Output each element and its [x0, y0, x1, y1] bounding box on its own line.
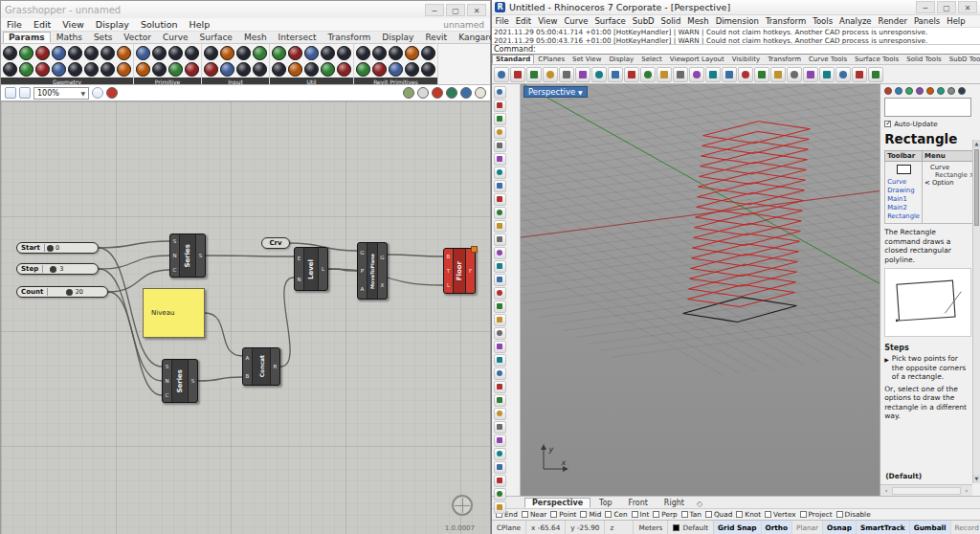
tool-icon[interactable] [722, 67, 737, 82]
tool-icon[interactable] [494, 193, 506, 206]
input-pin[interactable]: S [163, 364, 171, 369]
toolbar-tab[interactable]: Surface Tools [851, 55, 902, 64]
grasshopper-canvas[interactable]: Start 0 Step 3 Count 20 SNC Series S Crv… [1, 101, 490, 534]
component-icon[interactable] [152, 46, 167, 60]
output-pin[interactable]: L [319, 266, 327, 272]
tool-icon[interactable] [640, 67, 656, 82]
tool-icon[interactable] [494, 434, 506, 447]
tool-icon[interactable] [624, 67, 639, 82]
tool-icon[interactable] [494, 86, 506, 99]
cplane-cell[interactable]: CPlane [492, 521, 526, 534]
input-pin[interactable]: E [295, 256, 303, 261]
scrollbar-track[interactable] [892, 487, 961, 495]
component-icon[interactable] [84, 62, 99, 77]
slider-step[interactable]: Step 3 [16, 263, 99, 275]
output-pin[interactable]: S [189, 378, 197, 384]
toolbar-tab[interactable]: Viewport Layout [666, 55, 728, 64]
perspective-viewport[interactable]: Perspective ▼ y x [521, 84, 880, 496]
component-icon[interactable] [236, 62, 251, 77]
menu-item[interactable]: Transform [762, 16, 809, 26]
output-pin[interactable]: R [271, 364, 279, 369]
tool-icon[interactable] [494, 367, 506, 380]
menu-item[interactable]: Solid [657, 16, 684, 26]
tool-icon[interactable] [494, 394, 506, 407]
input-pin[interactable]: L [444, 282, 453, 288]
component-icon[interactable] [35, 46, 50, 60]
component-icon[interactable] [168, 62, 183, 77]
tool-icon[interactable] [494, 180, 506, 192]
panel-tab-icon[interactable] [884, 87, 892, 95]
component-icon[interactable] [204, 46, 218, 60]
menu-item[interactable]: Display [90, 19, 135, 30]
sketch-tool-icon[interactable] [92, 87, 103, 99]
auto-update-checkbox[interactable]: Auto-Update [884, 120, 971, 128]
viewport-tab[interactable]: Perspective [524, 498, 590, 508]
tool-icon[interactable] [494, 220, 506, 233]
viewport-tab[interactable]: Top [591, 498, 620, 508]
preview-shaded-icon[interactable] [403, 87, 414, 99]
component-icon[interactable] [100, 62, 115, 77]
tool-icon[interactable] [494, 260, 506, 273]
component-icon[interactable] [3, 62, 17, 77]
component-icon[interactable] [185, 46, 199, 60]
preview-off-icon[interactable] [432, 87, 443, 99]
tool-icon[interactable] [494, 167, 506, 179]
menu-path-item[interactable]: < Option [924, 179, 975, 187]
component-icon[interactable] [100, 46, 115, 60]
input-pin[interactable]: C [163, 392, 171, 398]
toolbar-tab[interactable]: Standard [492, 55, 534, 64]
menu-item[interactable]: Curve [561, 16, 591, 26]
help-link[interactable]: Curve Drawing [887, 178, 920, 195]
palette-group-label[interactable]: Input [202, 78, 269, 85]
maximize-button[interactable]: ▢ [937, 1, 956, 13]
slider-count[interactable]: Count 20 [16, 286, 108, 298]
help-link[interactable]: Main1 [887, 195, 920, 204]
menu-item[interactable]: Edit [28, 19, 56, 30]
menu-item[interactable]: Help [944, 16, 969, 26]
tool-icon[interactable] [705, 67, 721, 82]
preview-custom-icon[interactable] [446, 87, 457, 99]
palette-group-label[interactable]: Primitive [134, 78, 201, 85]
palette-group-label[interactable]: Revit Primitives [354, 78, 437, 85]
component-icon[interactable] [52, 62, 66, 77]
toolbar-tab[interactable]: Set View [568, 55, 605, 64]
scroll-up-icon[interactable]: ▲ [973, 140, 980, 148]
component-icon[interactable] [84, 46, 99, 60]
component-icon[interactable] [19, 46, 33, 60]
status-toggle[interactable]: SmartTrack [857, 521, 910, 534]
component-icon[interactable] [35, 62, 50, 77]
tool-icon[interactable] [591, 67, 607, 82]
category-tab[interactable]: Curve [157, 32, 194, 43]
component-icon[interactable] [405, 46, 419, 60]
tool-icon[interactable] [787, 67, 802, 82]
minimize-button[interactable]: ─ [425, 4, 444, 16]
component-icon[interactable] [272, 46, 286, 60]
status-toggle[interactable]: Ortho [762, 521, 793, 534]
scroll-down-icon[interactable]: ▼ [973, 475, 980, 483]
component-icon[interactable] [168, 46, 183, 60]
status-toggle[interactable]: Osnap [823, 521, 857, 534]
component-icon[interactable] [389, 46, 403, 60]
preview-wire-icon[interactable] [417, 87, 429, 99]
component-icon[interactable] [321, 46, 335, 60]
tool-icon[interactable] [494, 461, 506, 474]
component-icon[interactable] [288, 46, 302, 60]
palette-group-label[interactable]: Geometry [1, 78, 133, 85]
tool-icon[interactable] [494, 475, 506, 487]
tool-icon[interactable] [494, 314, 506, 326]
category-tab[interactable]: Transform [322, 32, 376, 43]
tool-icon[interactable] [494, 341, 506, 353]
component-icon[interactable] [68, 46, 82, 60]
tool-icon[interactable] [689, 67, 704, 82]
save-file-icon[interactable] [19, 87, 31, 99]
tool-icon[interactable] [494, 274, 506, 286]
panel-tab-icon[interactable] [905, 87, 913, 95]
tool-icon[interactable] [494, 421, 506, 434]
osnap-checkbox[interactable]: Project [800, 510, 833, 519]
component-icon[interactable] [321, 62, 335, 77]
component-icon[interactable] [136, 62, 150, 77]
viewport-tab[interactable]: Front [621, 498, 656, 508]
menu-item[interactable]: Panels [910, 16, 943, 26]
palette-group-label[interactable]: Util [270, 78, 353, 85]
component-icon[interactable] [220, 62, 234, 77]
